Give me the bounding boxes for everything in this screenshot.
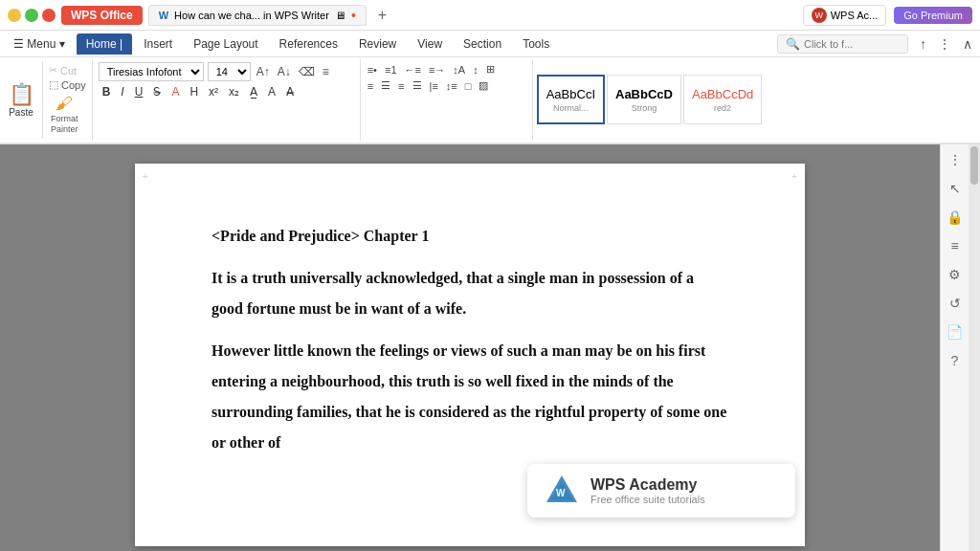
highlight-button[interactable]: H — [186, 84, 202, 99]
sidebar-expand-icon[interactable]: ⋮ — [945, 148, 966, 171]
column-break-button[interactable]: |≡ — [427, 79, 441, 93]
styles-group: AaBbCcI Normal... AaBbCcD Strong AaBbCcD… — [533, 59, 767, 141]
subscript-button[interactable]: x₂ — [225, 84, 243, 99]
share-button[interactable]: ↑ — [916, 34, 930, 54]
font-size-increase-button[interactable]: A↑ — [255, 66, 272, 77]
avatar: W — [812, 8, 827, 23]
align-justify-button[interactable]: ☰ — [410, 78, 425, 93]
maximize-button[interactable] — [25, 9, 38, 22]
paste-sub-buttons: ✂ Cut ⬚ Copy 🖌 FormatPainter — [43, 61, 92, 139]
copy-icon: ⬚ — [49, 78, 58, 91]
para-spacing-button[interactable]: ↕≡ — [443, 79, 460, 93]
indent-increase-button[interactable]: ≡→ — [426, 63, 448, 77]
superscript-button[interactable]: x² — [205, 84, 222, 99]
profile-button[interactable]: W WPS Ac... — [803, 5, 887, 26]
academy-logo-icon: W — [543, 472, 581, 510]
shading-button[interactable]: ▨ — [476, 78, 491, 93]
font-more-button[interactable]: ≡ — [321, 66, 331, 77]
table-button[interactable]: ⊞ — [483, 62, 498, 77]
ribbon-content: 📋 Paste ✂ Cut ⬚ Copy 🖌 FormatPainter — [0, 57, 980, 143]
clear-format-button[interactable]: ⌫ — [297, 66, 317, 77]
style-strong-label: Strong — [632, 103, 657, 113]
align-center-button[interactable]: ☰ — [378, 78, 393, 93]
paste-button[interactable]: 📋 Paste — [0, 61, 43, 139]
font-family-selector[interactable]: Tiresias Infofont — [99, 62, 204, 81]
document-paragraph-1: It is a truth universally acknowledged, … — [212, 263, 728, 324]
document-page: + + <Pride and Prejudice> Chapter 1 It i… — [135, 164, 805, 546]
char-border-button[interactable]: A̶ — [282, 84, 298, 99]
sidebar-filter-icon[interactable]: ⚙ — [945, 263, 965, 286]
para-row-2: ≡ ☰ ≡ ☰ |≡ ↕≡ □ ▨ — [365, 78, 528, 93]
style-normal-label: Normal... — [553, 103, 589, 113]
format-painter-button[interactable]: 🖌 FormatPainter — [47, 92, 82, 137]
font-size-decrease-button[interactable]: A↓ — [276, 66, 293, 77]
search-input[interactable] — [804, 38, 900, 50]
section-tab[interactable]: Section — [454, 33, 511, 55]
wps-logo-button[interactable]: WPS Office — [61, 6, 143, 25]
close-button[interactable] — [42, 9, 56, 22]
menu-tab[interactable]: ☰ Menu ▾ — [4, 33, 75, 55]
more-button[interactable]: ⋮ — [934, 34, 955, 54]
sort-button[interactable]: ↕A — [450, 63, 468, 77]
corner-mark-tl: + — [143, 171, 148, 182]
sidebar-lock-icon[interactable]: 🔒 — [943, 206, 967, 229]
minimize-button[interactable] — [8, 9, 21, 22]
go-premium-button[interactable]: Go Premium — [894, 7, 972, 24]
style-red2[interactable]: AaBbCcDd red2 — [683, 75, 762, 124]
tools-tab[interactable]: Tools — [513, 33, 559, 55]
line-spacing-button[interactable]: ↕ — [470, 63, 481, 77]
font-row-1: Tiresias Infofont 14 A↑ A↓ ⌫ ≡ — [99, 62, 354, 81]
ribbon-actions: ↑ ⋮ ∧ — [916, 34, 976, 54]
vertical-scrollbar[interactable] — [969, 144, 980, 551]
borders-button[interactable]: □ — [462, 79, 475, 93]
insert-tab[interactable]: Insert — [134, 33, 182, 55]
style-strong[interactable]: AaBbCcD Strong — [607, 75, 681, 124]
style-normal[interactable]: AaBbCcI Normal... — [537, 75, 605, 124]
clipboard-group: 📋 Paste ✂ Cut ⬚ Copy 🖌 FormatPainter — [0, 59, 93, 141]
sidebar-doc-icon[interactable]: 📄 — [943, 320, 967, 343]
char-shading-button[interactable]: A — [264, 84, 279, 99]
underline-button[interactable]: U — [131, 84, 147, 99]
document-title: <Pride and Prejudice> Chapter 1 — [212, 221, 728, 252]
title-bar-right: W WPS Ac... Go Premium — [803, 5, 972, 26]
new-tab-button[interactable]: + — [372, 7, 392, 24]
scrollbar-thumb[interactable] — [970, 146, 978, 185]
indent-decrease-button[interactable]: ←≡ — [402, 63, 424, 77]
font-color-button[interactable]: A — [167, 84, 183, 99]
search-icon: 🔍 — [786, 37, 800, 51]
italic-button[interactable]: I — [117, 84, 127, 99]
align-right-button[interactable]: ≡ — [395, 79, 407, 93]
home-tab[interactable]: Home | — [77, 33, 132, 55]
academy-text: WPS Academy Free office suite tutorials — [590, 476, 705, 505]
copy-button[interactable]: ⬚ Copy — [47, 77, 88, 92]
strikethrough-button[interactable]: S̶ — [149, 84, 165, 99]
document-content[interactable]: <Pride and Prejudice> Chapter 1 It is a … — [212, 221, 728, 458]
ribbon-search-box[interactable]: 🔍 — [777, 34, 908, 54]
list-unordered-button[interactable]: ≡• — [365, 63, 380, 77]
font-color2-button[interactable]: A̲ — [246, 84, 261, 99]
document-tab[interactable]: W How can we cha... in WPS Writer 🖥 • — [148, 5, 367, 26]
references-tab[interactable]: References — [270, 33, 347, 55]
style-red2-preview: AaBbCcDd — [692, 87, 753, 101]
list-ordered-button[interactable]: ≡1 — [382, 63, 400, 77]
sidebar-help-icon[interactable]: ? — [947, 349, 963, 372]
bold-button[interactable]: B — [99, 84, 115, 99]
title-bar: WPS Office W How can we cha... in WPS Wr… — [0, 0, 980, 31]
font-size-selector[interactable]: 14 — [208, 62, 251, 81]
review-tab[interactable]: Review — [349, 33, 406, 55]
main-area: + + <Pride and Prejudice> Chapter 1 It i… — [0, 144, 980, 551]
ribbon: ☰ Menu ▾ Home | Insert Page Layout Refer… — [0, 31, 980, 144]
style-red2-label: red2 — [714, 103, 731, 113]
copy-label: Copy — [61, 79, 86, 91]
cut-button[interactable]: ✂ Cut — [47, 63, 78, 77]
profile-label: WPS Ac... — [831, 10, 879, 21]
align-left-button[interactable]: ≡ — [365, 79, 376, 93]
academy-title: WPS Academy — [590, 476, 705, 494]
collapse-ribbon-button[interactable]: ∧ — [959, 34, 976, 54]
sidebar-history-icon[interactable]: ↺ — [946, 292, 965, 315]
sidebar-list-icon[interactable]: ≡ — [947, 234, 962, 257]
sidebar-cursor-icon[interactable]: ↖ — [946, 177, 965, 200]
document-scroll-area[interactable]: + + <Pride and Prejudice> Chapter 1 It i… — [0, 144, 940, 551]
page-layout-tab[interactable]: Page Layout — [184, 33, 267, 55]
view-tab[interactable]: View — [408, 33, 452, 55]
